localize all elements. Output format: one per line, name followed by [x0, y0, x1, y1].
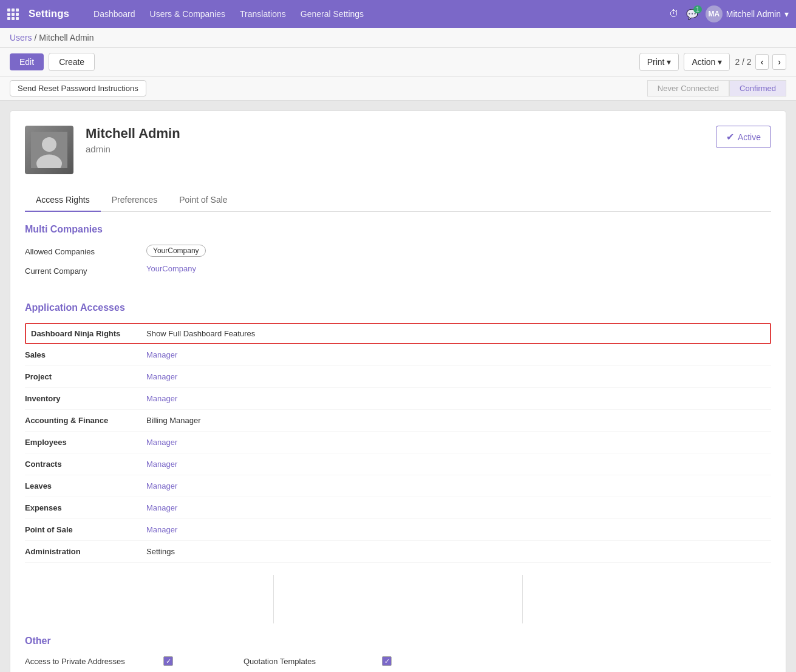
- access-value-0: Show Full Dashboard Features: [146, 329, 255, 338]
- chat-icon[interactable]: 💬 1: [686, 8, 698, 20]
- access-label-accounting: Accounting & Finance: [25, 416, 146, 425]
- active-label: Active: [738, 132, 761, 142]
- user-menu[interactable]: MA Mitchell Admin ▾: [706, 5, 789, 22]
- access-value-contracts: Manager: [146, 460, 177, 469]
- access-value-inventory: Manager: [146, 394, 177, 403]
- main-content: Mitchell Admin admin ✔ Active Access Rig…: [0, 101, 796, 672]
- access-label-employees: Employees: [25, 438, 146, 447]
- current-company-value[interactable]: YourCompany: [146, 264, 196, 273]
- quotation-templates-label: Quotation Templates: [243, 657, 377, 666]
- tab-point-of-sale[interactable]: Point of Sale: [168, 189, 238, 212]
- breadcrumb: Users / Mitchell Admin: [0, 28, 796, 48]
- access-value-employees: Manager: [146, 438, 177, 447]
- create-button[interactable]: Create: [49, 53, 95, 71]
- action-chevron-icon: ▾: [718, 57, 722, 67]
- app-accesses-title: Application Accesses: [25, 302, 771, 313]
- nav-users-companies[interactable]: Users & Companies: [145, 7, 231, 21]
- access-label-project: Project: [25, 372, 146, 381]
- quotation-templates-item: Quotation Templates: [243, 656, 438, 666]
- prev-page-button[interactable]: ‹: [755, 54, 769, 70]
- check-icon: ✔: [726, 131, 734, 143]
- allowed-companies-row: Allowed Companies YourCompany: [25, 245, 771, 257]
- print-button[interactable]: Print ▾: [639, 53, 679, 71]
- quotation-templates-checkbox[interactable]: [382, 656, 392, 666]
- user-login: admin: [86, 144, 704, 154]
- print-chevron-icon: ▾: [667, 57, 671, 67]
- chat-badge: 1: [693, 5, 702, 13]
- access-row-project: Project Manager: [25, 372, 771, 388]
- allowed-company-tag[interactable]: YourCompany: [146, 245, 206, 257]
- pagination-text: 2 / 2: [735, 57, 751, 67]
- current-company-label: Current Company: [25, 264, 146, 276]
- nav-translations[interactable]: Translations: [235, 7, 291, 21]
- access-value-expenses: Manager: [146, 503, 177, 512]
- private-addresses-item: Access to Private Addresses: [25, 656, 219, 666]
- app-grid-icon[interactable]: [7, 8, 19, 20]
- access-value-pos: Manager: [146, 525, 177, 534]
- access-label-sales: Sales: [25, 350, 146, 359]
- status-confirmed: Confirmed: [729, 80, 786, 97]
- user-header: Mitchell Admin admin ✔ Active: [25, 126, 771, 174]
- allowed-companies-value: YourCompany: [146, 245, 206, 257]
- access-row-accounting: Accounting & Finance Billing Manager: [25, 416, 771, 432]
- access-label-expenses: Expenses: [25, 503, 146, 512]
- access-label-0: Dashboard Ninja Rights: [31, 329, 146, 338]
- multi-companies-title: Multi Companies: [25, 224, 771, 235]
- status-never-connected: Never Connected: [647, 80, 729, 97]
- top-navigation: Settings Dashboard Users & Companies Tra…: [0, 0, 796, 28]
- access-row-leaves: Leaves Manager: [25, 481, 771, 497]
- edit-button[interactable]: Edit: [10, 53, 44, 70]
- access-label-inventory: Inventory: [25, 394, 146, 403]
- column-dividers: [25, 575, 771, 623]
- col-3: [523, 575, 771, 623]
- access-value-leaves: Manager: [146, 481, 177, 490]
- access-row-pos: Point of Sale Manager: [25, 525, 771, 541]
- breadcrumb-parent[interactable]: Users: [10, 33, 32, 42]
- private-addresses-label: Access to Private Addresses: [25, 657, 158, 666]
- clock-icon[interactable]: ⏱: [669, 8, 679, 19]
- app-title: Settings: [29, 8, 69, 20]
- access-value-project: Manager: [146, 372, 177, 381]
- svg-point-1: [42, 137, 56, 152]
- nav-dashboard[interactable]: Dashboard: [89, 7, 140, 21]
- allowed-companies-label: Allowed Companies: [25, 245, 146, 256]
- access-value-admin: Settings: [146, 547, 175, 556]
- content-card: Mitchell Admin admin ✔ Active Access Rig…: [10, 110, 786, 672]
- nav-general-settings[interactable]: General Settings: [296, 7, 369, 21]
- tabs: Access Rights Preferences Point of Sale: [25, 189, 771, 212]
- user-photo: [25, 126, 73, 174]
- access-row-expenses: Expenses Manager: [25, 503, 771, 519]
- other-row-1: Access to Private Addresses Quotation Te…: [25, 656, 771, 666]
- access-label-leaves: Leaves: [25, 481, 146, 490]
- reset-password-button[interactable]: Send Reset Password Instructions: [10, 80, 146, 97]
- breadcrumb-current: Mitchell Admin: [39, 33, 94, 42]
- tab-preferences[interactable]: Preferences: [101, 189, 168, 212]
- access-row-contracts: Contracts Manager: [25, 460, 771, 475]
- status-tags: Never Connected Confirmed: [647, 80, 786, 97]
- next-page-button[interactable]: ›: [772, 54, 786, 70]
- other-title: Other: [25, 636, 771, 647]
- secondary-action-bar: Send Reset Password Instructions Never C…: [0, 76, 796, 101]
- access-label-admin: Administration: [25, 547, 146, 556]
- avatar: MA: [706, 5, 723, 22]
- tab-access-rights[interactable]: Access Rights: [25, 189, 101, 212]
- user-nav-name: Mitchell Admin: [726, 9, 781, 19]
- active-badge: ✔ Active: [716, 126, 771, 148]
- col-2: [274, 575, 523, 623]
- user-menu-chevron: ▾: [784, 9, 789, 19]
- access-label-contracts: Contracts: [25, 460, 146, 469]
- pagination: 2 / 2 ‹ ›: [735, 54, 786, 70]
- col-1: [25, 575, 274, 623]
- access-row-employees: Employees Manager: [25, 438, 771, 453]
- user-info: Mitchell Admin admin: [86, 126, 704, 154]
- access-value-sales: Manager: [146, 350, 177, 359]
- current-company-row: Current Company YourCompany: [25, 264, 771, 276]
- action-bar: Edit Create Print ▾ Action ▾ 2 / 2 ‹ ›: [0, 48, 796, 76]
- access-row-inventory: Inventory Manager: [25, 394, 771, 410]
- highlighted-access-row: Dashboard Ninja Rights Show Full Dashboa…: [25, 323, 771, 344]
- action-button[interactable]: Action ▾: [684, 53, 730, 71]
- private-addresses-checkbox[interactable]: [163, 656, 173, 666]
- user-name: Mitchell Admin: [86, 126, 704, 141]
- other-section: Other Access to Private Addresses Quotat…: [25, 636, 771, 672]
- access-value-accounting: Billing Manager: [146, 416, 201, 425]
